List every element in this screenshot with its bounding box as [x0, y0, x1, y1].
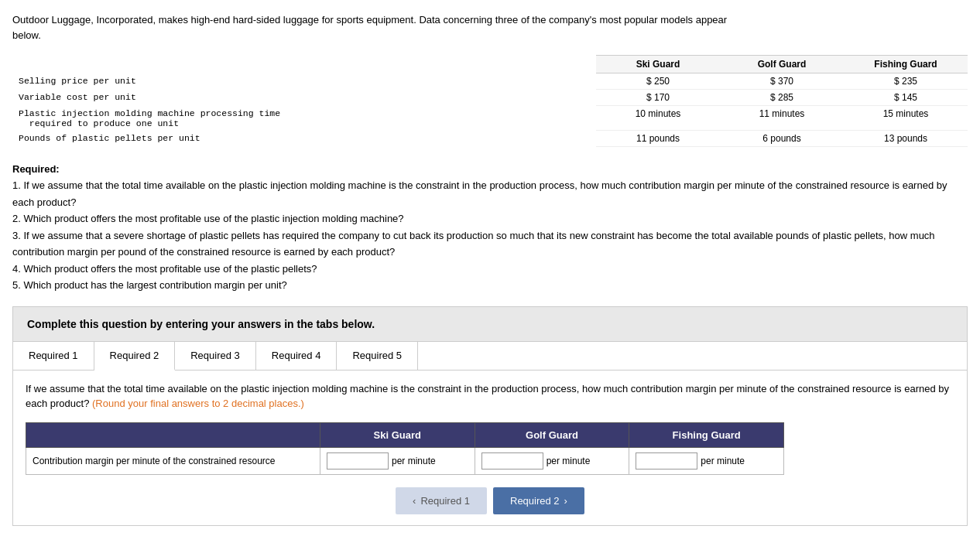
row-label-processing-time: Plastic injection molding machine proces… — [12, 106, 596, 131]
next-button[interactable]: Required 2 › — [493, 487, 584, 514]
complete-banner: Complete this question by entering your … — [12, 306, 968, 342]
tab-content: If we assume that the total time availab… — [13, 370, 967, 525]
row-pellets: Pounds of plastic pellets per unit 11 po… — [12, 131, 968, 147]
intro-paragraph: Outdoor Luggage, Incorporated, makes hig… — [12, 12, 740, 43]
answer-table-header-row: Ski Guard Golf Guard Fishing Guard — [26, 422, 784, 447]
ski-processing-time: 10 minutes — [596, 106, 720, 131]
fishing-pellets: 13 pounds — [844, 131, 968, 147]
fishing-per-minute-label: per minute — [701, 456, 745, 466]
answer-table: Ski Guard Golf Guard Fishing Guard Contr… — [26, 422, 784, 475]
answer-row: Contribution margin per minute of the co… — [26, 447, 784, 474]
required-section: Required: 1. If we assume that the total… — [12, 161, 968, 294]
ski-pellets: 11 pounds — [596, 131, 720, 147]
golf-processing-time: 11 minutes — [720, 106, 844, 131]
row-label-pellets: Pounds of plastic pellets per unit — [12, 131, 596, 147]
required-heading: Required: — [12, 163, 60, 175]
data-table: Ski Guard Golf Guard Fishing Guard Selli… — [12, 55, 968, 147]
answer-col-header-empty — [26, 422, 320, 447]
tab-required-1[interactable]: Required 1 — [13, 342, 94, 370]
ski-per-minute-label: per minute — [392, 456, 436, 466]
golf-answer-cell: per minute — [475, 447, 629, 474]
tabs-container: Required 1 Required 2 Required 3 Require… — [12, 342, 968, 526]
fishing-answer-cell: per minute — [629, 447, 784, 474]
required-item-4: 4. Which product offers the most profita… — [12, 263, 317, 275]
ski-answer-cell: per minute — [320, 447, 475, 474]
tab-required-3[interactable]: Required 3 — [175, 342, 256, 370]
ski-answer-input[interactable] — [327, 452, 389, 470]
fishing-selling-price: $ 235 — [844, 73, 968, 90]
tab-required-5[interactable]: Required 5 — [337, 342, 418, 370]
tabs-row: Required 1 Required 2 Required 3 Require… — [13, 342, 967, 370]
golf-pellets: 6 pounds — [720, 131, 844, 147]
required-item-5: 5. Which product has the largest contrib… — [12, 279, 287, 291]
fishing-input-cell: per minute — [636, 452, 777, 470]
row-variable-cost: Variable cost per unit $ 170 $ 285 $ 145 — [12, 90, 968, 106]
golf-input-cell: per minute — [481, 452, 623, 470]
row-selling-price: Selling price per unit $ 250 $ 370 $ 235 — [12, 73, 968, 90]
required-item-3: 3. If we assume that a severe shortage o… — [12, 230, 935, 258]
tab-required-2[interactable]: Required 2 — [94, 342, 176, 370]
col-header-golf: Golf Guard — [720, 56, 844, 73]
row-label-selling-price: Selling price per unit — [12, 73, 596, 90]
fishing-answer-input[interactable] — [636, 452, 697, 470]
data-table-header-row: Ski Guard Golf Guard Fishing Guard — [12, 56, 968, 73]
answer-col-header-ski: Ski Guard — [320, 422, 475, 447]
round-note: (Round your final answers to 2 decimal p… — [92, 398, 304, 409]
tab-question: If we assume that the total time availab… — [26, 381, 954, 411]
required-item-1: 1. If we assume that the total time avai… — [12, 179, 947, 207]
prev-arrow-icon: ‹ — [413, 495, 416, 507]
fishing-variable-cost: $ 145 — [844, 90, 968, 106]
complete-banner-text: Complete this question by entering your … — [27, 318, 375, 330]
prev-button-label: Required 1 — [420, 495, 470, 507]
nav-buttons: ‹ Required 1 Required 2 › — [26, 487, 954, 514]
next-button-label: Required 2 — [510, 495, 560, 507]
ski-selling-price: $ 250 — [596, 73, 720, 90]
col-header-ski: Ski Guard — [596, 56, 720, 73]
fishing-processing-time: 15 minutes — [844, 106, 968, 131]
answer-row-label: Contribution margin per minute of the co… — [26, 447, 320, 474]
col-header-fishing: Fishing Guard — [844, 56, 968, 73]
required-item-2: 2. Which product offers the most profita… — [12, 213, 404, 224]
col-header-empty — [12, 56, 596, 73]
answer-col-header-fishing: Fishing Guard — [629, 422, 784, 447]
golf-variable-cost: $ 285 — [720, 90, 844, 106]
golf-selling-price: $ 370 — [720, 73, 844, 90]
golf-answer-input[interactable] — [481, 452, 543, 470]
ski-input-cell: per minute — [327, 452, 468, 470]
tab-required-4[interactable]: Required 4 — [256, 342, 338, 370]
answer-col-header-golf: Golf Guard — [475, 422, 629, 447]
next-arrow-icon: › — [564, 495, 567, 507]
ski-variable-cost: $ 170 — [596, 90, 720, 106]
row-processing-time: Plastic injection molding machine proces… — [12, 106, 968, 131]
row-label-variable-cost: Variable cost per unit — [12, 90, 596, 106]
prev-button[interactable]: ‹ Required 1 — [396, 487, 487, 514]
golf-per-minute-label: per minute — [547, 456, 591, 466]
